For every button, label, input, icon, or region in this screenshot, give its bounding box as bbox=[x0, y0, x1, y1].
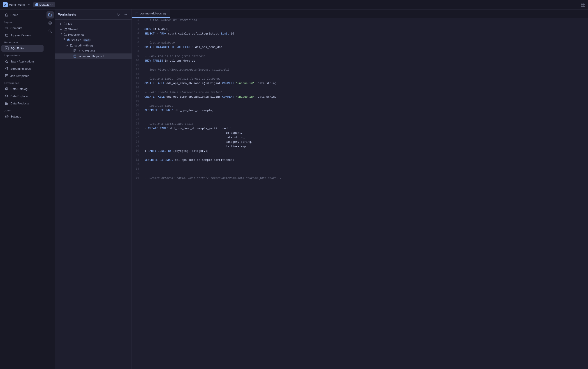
chevron-down-icon-sql: ▶ bbox=[63, 38, 66, 41]
icon-sidebar-database[interactable] bbox=[46, 19, 54, 27]
code-line-4[interactable]: 4SELECT * FROM spark_catalog.default.gri… bbox=[132, 31, 588, 36]
data-explorer-icon bbox=[5, 94, 9, 98]
code-editor: common-ddl-ops.sql 1-- Title: Common DDL… bbox=[132, 10, 588, 369]
sidebar-item-jupyter[interactable]: Jupyter Kernels bbox=[1, 32, 43, 39]
token: CREATE TABLE bbox=[148, 127, 168, 130]
spark-icon bbox=[5, 60, 9, 63]
code-line-26[interactable]: 26 id bigint, bbox=[132, 131, 588, 135]
panel-header: Worksheets bbox=[55, 10, 132, 20]
code-line-20[interactable]: 20-- Describe table bbox=[132, 104, 588, 108]
line-content: DESCRIBE EXTENDED ddl_ops_demo_db.sample… bbox=[143, 158, 588, 162]
line-number: 12 bbox=[132, 68, 143, 72]
code-line-35[interactable]: 35 bbox=[132, 171, 588, 176]
code-line-27[interactable]: 27 data string, bbox=[132, 135, 588, 140]
code-line-2[interactable]: 2 bbox=[132, 22, 588, 27]
code-line-13[interactable]: 13 bbox=[132, 72, 588, 77]
fold-icon[interactable]: ▾ bbox=[144, 127, 148, 131]
svg-rect-3 bbox=[583, 5, 585, 7]
code-line-12[interactable]: 12-- See: https://iomete.com/docs/iceber… bbox=[132, 68, 588, 72]
sidebar-item-streaming[interactable]: Streaming Jobs bbox=[1, 65, 43, 72]
user-menu[interactable]: A Admin Admin bbox=[3, 2, 31, 7]
sidebar-item-home[interactable]: Home bbox=[1, 11, 43, 18]
code-line-17[interactable]: 17-- Both create table statements are eq… bbox=[132, 90, 588, 95]
code-content[interactable]: 1-- Title: Common DDL Operations23SHOW D… bbox=[132, 18, 588, 369]
code-line-9[interactable]: 9-- Show tables in the given database bbox=[132, 54, 588, 59]
folder-icon-subdir bbox=[70, 43, 73, 47]
code-line-22[interactable]: 22 bbox=[132, 113, 588, 117]
token: -- Title: Common DDL Operations bbox=[144, 19, 197, 22]
workspace-selector[interactable]: Default bbox=[33, 2, 55, 7]
sidebar-item-settings[interactable]: Settings bbox=[1, 113, 43, 120]
tree-item-sql-file[interactable]: ▶ common-ddl-ops.sql bbox=[55, 53, 132, 59]
code-line-23[interactable]: 23 bbox=[132, 117, 588, 122]
tree-item-my[interactable]: ▶ My bbox=[55, 21, 132, 26]
sidebar-item-data-products[interactable]: Data Products bbox=[1, 100, 43, 107]
file-tree: ▶ My ▶ Shared ▶ bbox=[55, 20, 132, 369]
code-line-30[interactable]: 30) PARTITIONED BY (days(ts), category); bbox=[132, 149, 588, 153]
refresh-icon bbox=[117, 13, 120, 16]
code-line-16[interactable]: 16 bbox=[132, 86, 588, 90]
line-number: 20 bbox=[132, 104, 143, 108]
line-number: 11 bbox=[132, 63, 143, 67]
sidebar-item-data-catalog[interactable]: Data Catalog bbox=[1, 85, 43, 92]
sidebar-item-data-explorer[interactable]: Data Explorer bbox=[1, 93, 43, 100]
code-line-1[interactable]: 1-- Title: Common DDL Operations bbox=[132, 18, 588, 22]
line-number: 24 bbox=[132, 122, 143, 126]
svg-rect-19 bbox=[5, 103, 7, 105]
code-line-15[interactable]: 15CREATE TABLE ddl_ops_demo_db.sample(id… bbox=[132, 81, 588, 86]
line-content: CREATE DATABASE IF NOT EXISTS ddl_ops_de… bbox=[143, 45, 588, 50]
code-line-8[interactable]: 8 bbox=[132, 50, 588, 54]
sidebar-data-explorer-label: Data Explorer bbox=[10, 94, 28, 98]
search-icon bbox=[48, 29, 52, 33]
tree-item-shared[interactable]: ▶ Shared bbox=[55, 26, 132, 32]
tree-item-readme[interactable]: ▶ README.md bbox=[55, 48, 132, 53]
workspace-section: Workspace bbox=[0, 39, 45, 45]
icon-sidebar-search[interactable] bbox=[46, 28, 54, 35]
code-line-31[interactable]: 31 bbox=[132, 153, 588, 158]
svg-point-26 bbox=[125, 14, 126, 15]
editor-tab-sql[interactable]: common-ddl-ops.sql bbox=[132, 10, 170, 18]
code-line-5[interactable]: 5 bbox=[132, 36, 588, 41]
sidebar-item-compute[interactable]: Compute bbox=[1, 25, 43, 31]
tree-item-sql-files[interactable]: ▶ sql-files main bbox=[55, 37, 132, 43]
svg-point-23 bbox=[49, 30, 51, 32]
line-number: 34 bbox=[132, 167, 143, 171]
icon-sidebar-files[interactable] bbox=[46, 11, 54, 19]
more-options-button[interactable] bbox=[123, 12, 128, 17]
code-line-10[interactable]: 10SHOW TABLES in ddl_ops_demo_db; bbox=[132, 59, 588, 63]
code-line-19[interactable]: 19 bbox=[132, 99, 588, 104]
refresh-button[interactable] bbox=[116, 12, 121, 17]
code-line-14[interactable]: 14-- Create a table. Default format is I… bbox=[132, 77, 588, 81]
code-line-36[interactable]: 36-- Create external table. See: https:/… bbox=[132, 176, 588, 180]
folder-icon-repos bbox=[64, 33, 67, 36]
code-line-24[interactable]: 24-- Create a partitioned table bbox=[132, 122, 588, 126]
code-line-25[interactable]: 25▾CREATE TABLE ddl_ops_demo_db.sample_p… bbox=[132, 126, 588, 131]
line-number: 31 bbox=[132, 153, 143, 158]
layout-toggle[interactable] bbox=[581, 2, 585, 7]
left-sidebar: Home Engine Compute Jupyter Kernels Work… bbox=[0, 10, 45, 369]
code-line-34[interactable]: 34 bbox=[132, 167, 588, 171]
sidebar-jupyter-label: Jupyter Kernels bbox=[10, 34, 31, 37]
sidebar-item-spark[interactable]: Spark Applications bbox=[1, 58, 43, 65]
line-number: 3 bbox=[132, 27, 143, 31]
code-line-33[interactable]: 33 bbox=[132, 162, 588, 167]
line-number: 4 bbox=[132, 31, 143, 36]
code-line-11[interactable]: 11 bbox=[132, 63, 588, 68]
code-line-6[interactable]: 6-- Create database bbox=[132, 41, 588, 45]
tree-item-repositories[interactable]: ▶ Repositories bbox=[55, 32, 132, 37]
code-line-32[interactable]: 32DESCRIBE EXTENDED ddl_ops_demo_db.samp… bbox=[132, 158, 588, 162]
settings-icon bbox=[5, 114, 9, 118]
code-line-28[interactable]: 28 category string, bbox=[132, 140, 588, 144]
tree-item-subdir[interactable]: ▶ subdir-with-sql bbox=[55, 43, 132, 48]
code-line-7[interactable]: 7CREATE DATABASE IF NOT EXISTS ddl_ops_d… bbox=[132, 45, 588, 50]
editor-tab-bar: common-ddl-ops.sql bbox=[132, 10, 588, 18]
sidebar-item-sql-editor[interactable]: SQL Editor bbox=[1, 45, 43, 52]
code-line-3[interactable]: 3SHOW DATABASES; bbox=[132, 27, 588, 31]
line-number: 36 bbox=[132, 176, 143, 180]
token: -- See: https://iomete.com/docs/iceberg-… bbox=[144, 68, 229, 72]
code-line-18[interactable]: 18CREATE TABLE ddl_ops_demo_db.sample(id… bbox=[132, 95, 588, 99]
code-line-21[interactable]: 21DESCRIBE EXTENDED ddl_ops_demo_db.samp… bbox=[132, 108, 588, 113]
line-content: ts timestamp bbox=[143, 144, 588, 149]
code-line-29[interactable]: 29 ts timestamp bbox=[132, 144, 588, 149]
sidebar-item-job-templates[interactable]: Job Templates bbox=[1, 72, 43, 79]
